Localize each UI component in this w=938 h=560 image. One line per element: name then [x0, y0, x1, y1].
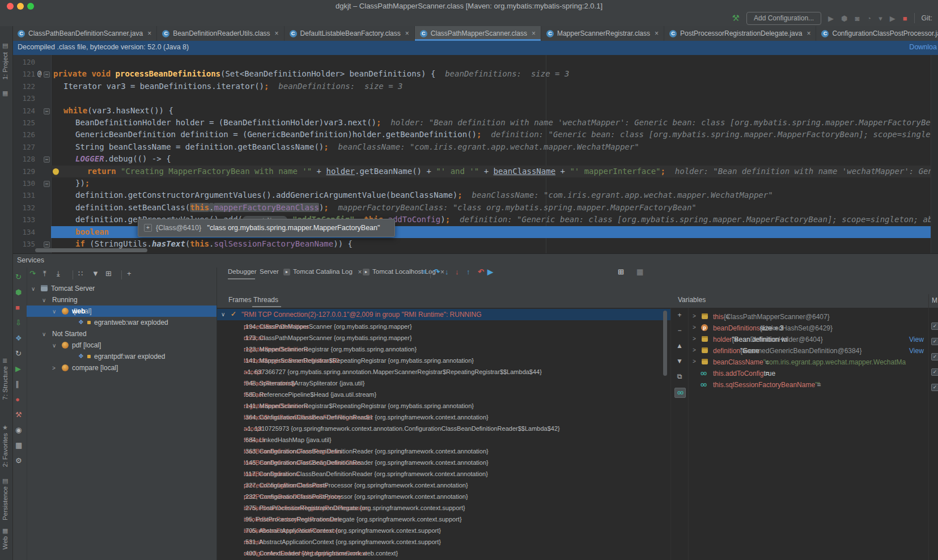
refresh-icon[interactable]: ↻ — [15, 349, 22, 358]
chevron-right-icon[interactable]: > — [693, 347, 696, 353]
variable-row[interactable]: beanDefinitions = {LinkedHashSet@6429} s… — [713, 324, 760, 332]
code-line[interactable]: 130−}); — [12, 177, 938, 189]
editor-tab[interactable]: CConfigurationClassPostProcessor.java× — [816, 26, 938, 41]
tab-threads[interactable]: Threads — [253, 296, 278, 304]
download-sources-link[interactable]: Downloa — [909, 43, 937, 51]
debug-server-icon[interactable]: ⬢ — [15, 288, 22, 296]
layout-icon[interactable]: ≡ — [422, 268, 427, 276]
profiler-icon[interactable]: ◔ — [867, 14, 871, 23]
line-number[interactable]: 127 — [16, 141, 35, 153]
memory-checkbox[interactable]: ✓ — [931, 368, 938, 376]
memory-checkbox[interactable]: ✓ — [931, 323, 938, 330]
tree-item[interactable]: Running — [52, 296, 78, 304]
filter-icon[interactable]: ▼ — [92, 269, 99, 278]
memory-checkbox[interactable]: ✓ — [931, 353, 938, 360]
expand-value-icon[interactable]: + — [144, 224, 152, 232]
sidebar-item--favorites[interactable]: 2: Favorites — [2, 433, 9, 467]
editor-tab[interactable]: CClassPathBeanDefinitionScanner.java× — [12, 26, 157, 41]
line-number[interactable]: 128 — [16, 153, 35, 165]
add-configuration-button[interactable]: Add Configuration... — [746, 12, 821, 25]
line-number[interactable]: 125 — [16, 117, 35, 129]
variable-row[interactable]: beanClassName = "com.iris.egrant.app.wec… — [713, 358, 763, 366]
thread-dump-icon[interactable]: ◉ — [15, 426, 22, 434]
rerun-icon[interactable]: ↷ — [29, 269, 36, 278]
close-tab-icon[interactable]: × — [405, 29, 409, 37]
stop-server-icon[interactable]: ■ — [15, 303, 20, 312]
chevron-right-icon[interactable]: > — [693, 358, 696, 364]
line-number[interactable]: 121 — [16, 68, 35, 80]
project-tool-window-icon[interactable]: ▤ — [2, 42, 8, 49]
chevron-right-icon[interactable]: > — [693, 313, 696, 319]
chevron-down-icon[interactable]: ∨ — [52, 342, 56, 349]
line-number[interactable]: 131 — [16, 189, 35, 201]
view-value-link[interactable]: View — [907, 336, 924, 343]
stop-icon[interactable]: ■ — [903, 14, 907, 23]
tab-server[interactable]: Server — [260, 268, 279, 275]
code-line[interactable]: 122Iterator var3 = beanDefinitions.itera… — [12, 80, 938, 92]
variable-row[interactable]: this.sqlSessionFactoryBeanName = "" — [713, 381, 815, 389]
editor-tab[interactable]: CMapperScannerRegistrar.class× — [541, 26, 664, 41]
tab-frames[interactable]: Frames — [228, 296, 252, 304]
run-icon[interactable]: ▶ — [828, 14, 834, 23]
sidebar-item--structure[interactable]: 7: Structure — [2, 366, 9, 400]
mute-breakpoints-icon[interactable]: ● — [15, 395, 20, 404]
rerun-icon[interactable]: ▶ — [890, 14, 895, 23]
variable-row[interactable]: definition = {ScannedGenericBeanDefiniti… — [713, 347, 740, 355]
close-tab-icon[interactable]: × — [655, 29, 659, 37]
move-watch-up-icon[interactable]: ▲ — [674, 342, 685, 350]
step-over-icon[interactable]: ↷ — [434, 268, 440, 276]
memory-checkbox[interactable]: ✓ — [931, 384, 938, 391]
line-number[interactable]: 130 — [16, 177, 35, 189]
close-tab-icon[interactable]: × — [532, 29, 536, 37]
sidebar-item-project[interactable]: 1: Project — [2, 52, 9, 80]
close-tab-icon[interactable]: × — [358, 268, 362, 276]
chevron-down-icon[interactable]: ∨ — [31, 286, 35, 292]
code-line[interactable]: 131definition.getConstructorArgumentValu… — [12, 189, 938, 201]
move-watch-down-icon[interactable]: ▼ — [674, 357, 685, 365]
chevron-down-icon[interactable]: ∨ — [42, 331, 46, 337]
code-line[interactable]: 121@−private void processBeanDefinitions… — [12, 68, 938, 80]
horizontal-scrollbar[interactable] — [35, 248, 147, 252]
close-tab-icon[interactable]: × — [807, 29, 810, 37]
step-out-icon[interactable]: ↑ — [466, 268, 470, 276]
close-tab-icon[interactable]: × — [440, 268, 444, 276]
tool-window-icon[interactable]: ≣ — [2, 357, 7, 364]
tree-item[interactable]: egrantpdf:war exploded — [94, 353, 165, 360]
tree-item[interactable]: compare [local] — [72, 364, 118, 372]
git-widget-label[interactable]: Git: — [922, 14, 932, 22]
chevron-down-icon[interactable]: ∨ — [52, 308, 56, 315]
evaluate-expression-icon[interactable]: ⊞ — [618, 268, 624, 276]
code-line[interactable]: 120 — [12, 56, 938, 68]
services-config-icon[interactable]: ❖ — [15, 334, 22, 342]
code-line[interactable]: 125BeanDefinitionHolder holder = (BeanDe… — [12, 117, 938, 129]
chevron-down-icon[interactable]: ∨ — [42, 297, 46, 303]
code-line[interactable]: 135−if (StringUtils.hasText(this.sqlSess… — [12, 238, 938, 250]
close-tab-icon[interactable]: × — [275, 29, 279, 37]
plus-icon[interactable]: + — [127, 269, 131, 278]
code-line[interactable]: 132definition.setBeanClass(this.mapperFa… — [12, 202, 938, 214]
memory-panel-divider[interactable] — [928, 294, 929, 560]
step-into-icon[interactable]: ↓ — [445, 268, 449, 276]
expand-all-icon[interactable]: ⤒ — [43, 269, 46, 278]
tree-item[interactable]: Not Started — [52, 330, 87, 338]
profiler-caret-icon[interactable]: ▾ — [878, 14, 882, 23]
sidebar-item-web[interactable]: Web — [2, 536, 9, 549]
line-number[interactable]: 124 — [16, 105, 35, 117]
code-line[interactable]: 126GenericBeanDefinition definition = (G… — [12, 129, 938, 141]
error-stripe[interactable] — [931, 55, 938, 253]
editor-tab[interactable]: CPostProcessorRegistrationDelegate.java× — [664, 26, 816, 41]
deploy-icon[interactable]: ⇩ — [15, 319, 22, 327]
settings-icon[interactable]: ⚙ — [15, 456, 22, 465]
restore-layout-icon[interactable]: ▦ — [636, 268, 643, 276]
code-line[interactable]: 129return "Creating MapperFactoryBean wi… — [12, 166, 938, 177]
tree-item[interactable]: egrantweb:war exploded — [94, 319, 168, 326]
tree-item[interactable]: Tomcat Server — [51, 285, 95, 292]
tab-tomcat-catalina-log[interactable]: Tomcat Catalina Log — [293, 268, 353, 275]
hotswap-icon[interactable]: ⚒ — [15, 410, 22, 419]
pause-icon[interactable]: ∥ — [15, 380, 19, 388]
code-line[interactable]: 127String beanClassName = definition.get… — [12, 141, 938, 153]
memory-checkbox[interactable]: ✓ — [931, 338, 938, 345]
add-service-icon[interactable]: ⊞ — [105, 269, 112, 278]
line-number[interactable]: 133 — [16, 214, 35, 226]
chevron-right-icon[interactable]: > — [52, 365, 56, 371]
